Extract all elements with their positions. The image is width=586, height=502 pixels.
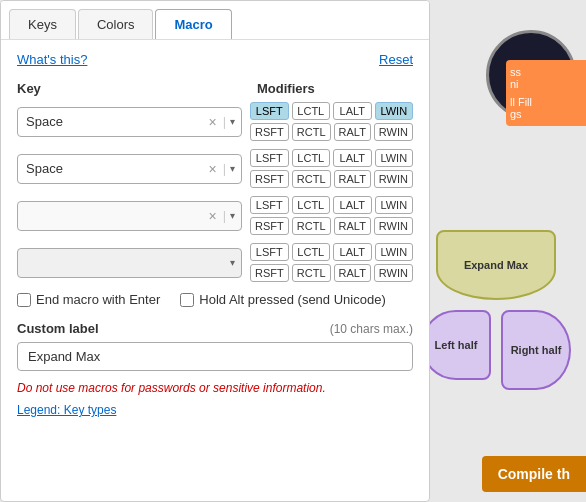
mod-lalt-4[interactable]: LALT <box>333 243 371 261</box>
end-macro-checkbox[interactable] <box>17 293 31 307</box>
modifier-bot-row-4: RSFT RCTL RALT RWIN <box>250 264 413 282</box>
tab-colors[interactable]: Colors <box>78 9 154 39</box>
char-limit: (10 chars max.) <box>330 322 413 336</box>
mod-rwin-4[interactable]: RWIN <box>374 264 413 282</box>
main-panel: Keys Colors Macro What's this? Reset Key… <box>0 0 430 502</box>
clear-key-2[interactable]: × <box>205 161 221 177</box>
tabs-bar: Keys Colors Macro <box>1 1 429 40</box>
mod-rwin-3[interactable]: RWIN <box>374 217 413 235</box>
modifier-bot-row-3: RSFT RCTL RALT RWIN <box>250 217 413 235</box>
mod-lsft-4[interactable]: LSFT <box>250 243 288 261</box>
mod-lwin-1[interactable]: LWIN <box>375 102 413 120</box>
mod-lsft-2[interactable]: LSFT <box>250 149 288 167</box>
mod-lwin-3[interactable]: LWIN <box>375 196 413 214</box>
modifier-top-row-3: LSFT LCTL LALT LWIN <box>250 196 413 214</box>
modifiers-column-header: Modifiers <box>257 81 315 96</box>
clear-key-3[interactable]: × <box>205 208 221 224</box>
dropdown-key-3[interactable]: ▾ <box>228 210 237 221</box>
modifier-top-row-1: LSFT LCTL LALT LWIN <box>250 102 413 120</box>
mod-rsft-4[interactable]: RSFT <box>250 264 289 282</box>
mod-ralt-3[interactable]: RALT <box>334 217 371 235</box>
custom-label-title: Custom label <box>17 321 99 336</box>
modifier-grid-1: LSFT LCTL LALT LWIN RSFT RCTL RALT RWIN <box>250 102 413 141</box>
checkbox-row: End macro with Enter Hold Alt pressed (s… <box>17 292 413 307</box>
mod-lalt-1[interactable]: LALT <box>333 102 371 120</box>
tab-macro[interactable]: Macro <box>155 9 231 39</box>
right-half-key-shape[interactable]: Right half <box>501 310 571 390</box>
left-half-key-shape[interactable]: Left half <box>421 310 491 380</box>
mod-lalt-3[interactable]: LALT <box>333 196 371 214</box>
dropdown-key-2[interactable]: ▾ <box>228 163 237 174</box>
mod-lsft-3[interactable]: LSFT <box>250 196 288 214</box>
dropdown-key-4[interactable]: ▾ <box>228 257 237 268</box>
end-macro-label: End macro with Enter <box>36 292 160 307</box>
right-panel: ✦ MOONLA HKT ssni ll Fillgs Expand Max L… <box>416 0 586 502</box>
mod-lctl-3[interactable]: LCTL <box>292 196 330 214</box>
mod-lsft-1[interactable]: LSFT <box>250 102 288 120</box>
mod-lctl-4[interactable]: LCTL <box>292 243 330 261</box>
custom-label-row: Custom label (10 chars max.) <box>17 321 413 336</box>
mod-rsft-1[interactable]: RSFT <box>250 123 289 141</box>
key-row-4: ▾ LSFT LCTL LALT LWIN RSFT RCTL RALT RWI… <box>17 243 413 282</box>
key-value-1: Space <box>22 114 205 129</box>
modifier-top-row-4: LSFT LCTL LALT LWIN <box>250 243 413 261</box>
mod-rwin-2[interactable]: RWIN <box>374 170 413 188</box>
help-row: What's this? Reset <box>17 52 413 67</box>
modifier-bot-row-2: RSFT RCTL RALT RWIN <box>250 170 413 188</box>
expand-max-shape-label: Expand Max <box>464 259 528 271</box>
mod-rsft-2[interactable]: RSFT <box>250 170 289 188</box>
modifier-grid-4: LSFT LCTL LALT LWIN RSFT RCTL RALT RWIN <box>250 243 413 282</box>
mod-rctl-3[interactable]: RCTL <box>292 217 331 235</box>
reset-button[interactable]: Reset <box>379 52 413 67</box>
whats-this-link[interactable]: What's this? <box>17 52 87 67</box>
orange-btn1-text: ssni <box>510 66 582 90</box>
mod-lctl-2[interactable]: LCTL <box>292 149 330 167</box>
key-shapes-panel: Expand Max Left half Right half <box>416 200 586 480</box>
end-macro-checkbox-label[interactable]: End macro with Enter <box>17 292 160 307</box>
mod-rctl-2[interactable]: RCTL <box>292 170 331 188</box>
custom-label-input[interactable] <box>17 342 413 371</box>
mod-lwin-2[interactable]: LWIN <box>375 149 413 167</box>
key-input-2[interactable]: Space × | ▾ <box>17 154 242 184</box>
modifier-grid-3: LSFT LCTL LALT LWIN RSFT RCTL RALT RWIN <box>250 196 413 235</box>
compile-button[interactable]: Compile th <box>482 456 586 492</box>
key-input-1[interactable]: Space × | ▾ <box>17 107 242 137</box>
mod-lctl-1[interactable]: LCTL <box>292 102 330 120</box>
tab-keys[interactable]: Keys <box>9 9 76 39</box>
mod-ralt-4[interactable]: RALT <box>334 264 371 282</box>
key-row-1: Space × | ▾ LSFT LCTL LALT LWIN RSFT RCT… <box>17 102 413 141</box>
key-column-header: Key <box>17 81 257 96</box>
warning-message: Do not use macros for passwords or sensi… <box>17 381 413 395</box>
key-input-4[interactable]: ▾ <box>17 248 242 278</box>
mod-rwin-1[interactable]: RWIN <box>374 123 413 141</box>
modifier-top-row-2: LSFT LCTL LALT LWIN <box>250 149 413 167</box>
mod-ralt-1[interactable]: RALT <box>334 123 371 141</box>
modifier-grid-2: LSFT LCTL LALT LWIN RSFT RCTL RALT RWIN <box>250 149 413 188</box>
clear-key-1[interactable]: × <box>205 114 221 130</box>
key-input-3[interactable]: × | ▾ <box>17 201 242 231</box>
hold-alt-checkbox[interactable] <box>180 293 194 307</box>
dropdown-key-1[interactable]: ▾ <box>228 116 237 127</box>
modifier-bot-row-1: RSFT RCTL RALT RWIN <box>250 123 413 141</box>
left-half-shape-label: Left half <box>435 339 478 351</box>
expand-max-key-shape[interactable]: Expand Max <box>436 230 556 300</box>
right-half-shape-label: Right half <box>511 344 562 356</box>
mod-lwin-4[interactable]: LWIN <box>375 243 413 261</box>
orange-btn2-text: ll Fillgs <box>510 96 582 120</box>
mod-rctl-4[interactable]: RCTL <box>292 264 331 282</box>
column-headers: Key Modifiers <box>17 81 413 96</box>
mod-rctl-1[interactable]: RCTL <box>292 123 331 141</box>
key-row-2: Space × | ▾ LSFT LCTL LALT LWIN RSFT RCT… <box>17 149 413 188</box>
mod-ralt-2[interactable]: RALT <box>334 170 371 188</box>
legend-link[interactable]: Legend: Key types <box>17 403 116 417</box>
mod-lalt-2[interactable]: LALT <box>333 149 371 167</box>
mod-rsft-3[interactable]: RSFT <box>250 217 289 235</box>
orange-button-2[interactable]: ll Fillgs <box>506 90 586 126</box>
key-value-2: Space <box>22 161 205 176</box>
hold-alt-checkbox-label[interactable]: Hold Alt pressed (send Unicode) <box>180 292 385 307</box>
content-area: What's this? Reset Key Modifiers Space ×… <box>1 40 429 429</box>
key-row-3: × | ▾ LSFT LCTL LALT LWIN RSFT RCTL RALT… <box>17 196 413 235</box>
compile-label: Compile th <box>498 466 570 482</box>
hold-alt-label: Hold Alt pressed (send Unicode) <box>199 292 385 307</box>
